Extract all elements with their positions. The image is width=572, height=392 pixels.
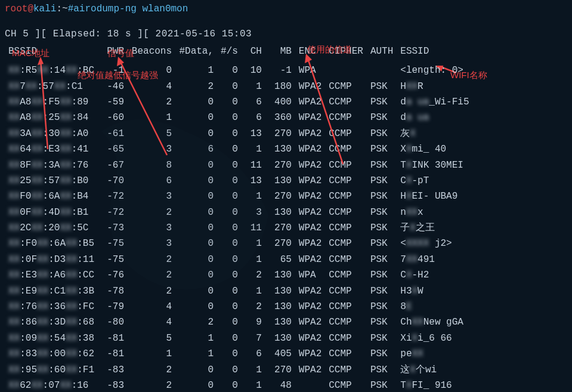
cell-pwr: -80 (98, 314, 128, 330)
cell-enc: WPA2 (295, 236, 325, 251)
cell-bssid: XX:R5XX:14XX:BC (5, 63, 98, 78)
cell-cipher: CCMP (325, 267, 367, 283)
cell-auth: PSK (367, 220, 397, 236)
cell-essid: H3XW (397, 283, 472, 299)
hdr-auth: AUTH (367, 44, 397, 59)
cell-ch: 1 (242, 141, 265, 157)
cell-data: 0 (175, 267, 217, 283)
shell-prompt: root@kali:~#airodump-ng wlan0mon (5, 2, 567, 16)
cell-enc: WPA (295, 63, 325, 78)
cell-mb: 65 (265, 252, 295, 267)
cell-data: 0 (175, 299, 217, 314)
cell-essid: da ua (397, 110, 472, 125)
hdr-beacons: Beacons (128, 44, 175, 59)
cell-beacons: 5 (128, 331, 175, 346)
cell-ch: 2 (242, 267, 265, 283)
cell-enc: WPA2 (295, 346, 325, 362)
table-row: XX:R5XX:14XX:BC -1 0 1 0 10 -1 WPA <leng… (5, 63, 473, 78)
cell-pwr: -73 (98, 220, 128, 236)
cell-mb: 130 (265, 314, 295, 330)
cell-beacons: 2 (128, 252, 175, 267)
cell-enc: WPA2 (295, 126, 325, 141)
table-row: XX8FXX:3AXX:76 -67 8 0 0 11 270 WPA2 CCM… (5, 158, 473, 173)
cell-ps: 0 (217, 110, 242, 125)
cell-cipher: CCMP (325, 346, 367, 362)
cell-essid: XXmi_ 40 (397, 141, 472, 157)
cell-beacons: 5 (128, 126, 175, 141)
hdr-bssid: BSSID (5, 44, 98, 59)
cell-enc (295, 378, 325, 392)
cell-auth: PSK (367, 189, 397, 204)
cell-data: 0 (175, 126, 217, 141)
hdr-mb: MB (265, 44, 295, 59)
cell-auth: PSK (367, 236, 397, 251)
cell-mb: 270 (265, 158, 295, 173)
hdr-ps: #/s (217, 44, 242, 59)
cell-essid: TXINK 30MEI (397, 158, 472, 173)
cell-ps: 0 (217, 205, 242, 220)
cell-enc: WPA (295, 267, 325, 283)
cell-ch: 1 (242, 283, 265, 299)
cell-data: 0 (175, 236, 217, 251)
cell-ps: 0 (217, 283, 242, 299)
cell-beacons: 4 (128, 314, 175, 330)
cell-mb: 130 (265, 173, 295, 189)
cell-auth: PSK (367, 94, 397, 110)
cell-ch: 6 (242, 94, 265, 110)
cell-ps: 0 (217, 331, 242, 346)
cell-data: 1 (175, 331, 217, 346)
cell-beacons: 2 (128, 362, 175, 378)
cell-pwr: -65 (98, 141, 128, 157)
cell-beacons: 4 (128, 299, 175, 314)
cell-essid: <length: 0> (397, 63, 472, 78)
cell-mb: 360 (265, 110, 295, 125)
cell-cipher: CCMP (325, 110, 367, 125)
cell-enc: WPA2 (295, 158, 325, 173)
cell-cipher: CCMP (325, 94, 367, 110)
prompt-command: airodump-ng wlan0mon (73, 4, 188, 14)
cell-essid: 灰X (397, 126, 472, 141)
cell-auth: PSK (367, 79, 397, 94)
cell-data: 6 (175, 141, 217, 157)
cell-beacons: 0 (128, 63, 175, 78)
cell-pwr: -81 (98, 331, 128, 346)
prompt-user: root (5, 4, 27, 14)
cell-enc: WPA2 (295, 362, 325, 378)
cell-bssid: XX0FXX:4DXX:B1 (5, 205, 98, 220)
table-row: XX0FXX:4DXX:B1 -72 2 0 0 3 130 WPA2 CCMP… (5, 205, 473, 220)
cell-enc: WPA2 (295, 252, 325, 267)
cell-pwr: -46 (98, 79, 128, 94)
cell-enc: WPA2 (295, 94, 325, 110)
cell-enc: WPA2 (295, 220, 325, 236)
cell-mb: 130 (265, 205, 295, 220)
cell-mb: 400 (265, 94, 295, 110)
cell-cipher: CCMP (325, 283, 367, 299)
cell-ch: 3 (242, 205, 265, 220)
cell-bssid: XX3AXX:30XX:A0 (5, 126, 98, 141)
cell-cipher: CCMP (325, 236, 367, 251)
prompt-at: @ (27, 4, 33, 14)
cell-enc: WPA2 (295, 173, 325, 189)
cell-essid: XiXi_6 66 (397, 331, 472, 346)
table-row: XX:0FXX:D3XX:11 -75 2 0 0 1 65 WPA2 CCMP… (5, 252, 473, 267)
cell-cipher: CCMP (325, 205, 367, 220)
cell-bssid: XX2CXX:20XX:5C (5, 220, 98, 236)
cell-cipher: CCMP (325, 362, 367, 378)
cell-ps: 0 (217, 173, 242, 189)
cell-beacons: 6 (128, 173, 175, 189)
cell-pwr: -70 (98, 173, 128, 189)
cell-cipher (325, 63, 367, 78)
cell-ps: 0 (217, 63, 242, 78)
prompt-path: ~ (62, 4, 68, 14)
cell-bssid: XX:0FXX:D3XX:11 (5, 252, 98, 267)
cell-bssid: XX:F0XX:6AXX:B5 (5, 236, 98, 251)
cell-ps: 0 (217, 362, 242, 378)
cell-beacons: 2 (128, 283, 175, 299)
table-row: XX62XX:07XX:16 -83 2 0 0 1 48 CCMP PSK T… (5, 378, 473, 392)
cell-essid: 7XX491 (397, 252, 472, 267)
cell-pwr: -83 (98, 378, 128, 392)
hdr-ch: CH (242, 44, 265, 59)
cell-auth: PSK (367, 126, 397, 141)
cell-ch: 13 (242, 173, 265, 189)
cell-pwr: -61 (98, 126, 128, 141)
